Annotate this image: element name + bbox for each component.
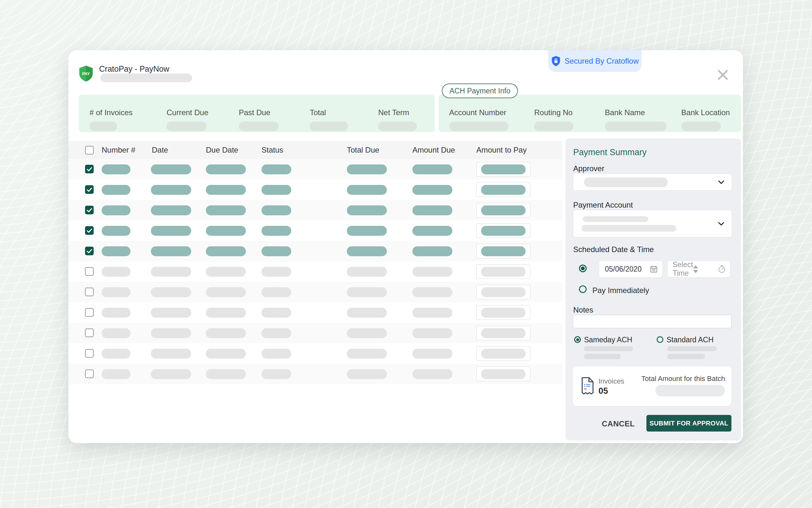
date-value: 05/06/2020 (605, 265, 650, 273)
row-checkbox[interactable] (85, 288, 94, 296)
row-checkbox[interactable] (85, 370, 94, 378)
row-checkbox[interactable] (85, 349, 94, 357)
row-checkbox[interactable] (85, 308, 94, 317)
time-stepper[interactable] (693, 265, 714, 273)
standard-line2-skeleton (667, 354, 705, 359)
amount-to-pay-input[interactable] (476, 285, 530, 299)
sameday-line2-skeleton (584, 354, 621, 359)
amount-to-pay-input[interactable] (476, 346, 530, 361)
sameday-ach-radio[interactable] (574, 336, 581, 343)
invoice-due-date-skeleton (206, 185, 246, 195)
invoice-row[interactable] (68, 179, 562, 200)
payment-account-select[interactable] (573, 210, 732, 237)
select-all-checkbox[interactable] (85, 146, 94, 155)
invoice-total-due-skeleton (347, 185, 387, 195)
notes-input[interactable] (573, 315, 731, 328)
account-line1-skeleton (583, 216, 648, 222)
invoice-row[interactable] (68, 343, 562, 364)
amount-to-pay-input[interactable] (476, 203, 530, 217)
amount-to-pay-skeleton (481, 185, 526, 195)
ach-info-strip: Account Number Routing No Bank Name Bank… (439, 95, 741, 132)
sameday-ach-label: Sameday ACH (584, 336, 632, 344)
pay-immediately-radio[interactable] (579, 285, 587, 293)
standard-ach-radio[interactable] (657, 336, 663, 343)
amount-to-pay-skeleton (481, 287, 526, 297)
amount-to-pay-input[interactable] (476, 223, 530, 238)
invoice-status-skeleton (261, 308, 291, 318)
standard-ach-label: Standard ACH (667, 336, 714, 344)
invoice-total-due-skeleton (347, 246, 387, 256)
approver-select[interactable] (573, 173, 732, 190)
invoice-due-date-skeleton (206, 164, 246, 174)
scheduled-date-radio[interactable] (579, 264, 587, 272)
invoice-row[interactable] (68, 220, 562, 241)
invoice-number-skeleton (102, 164, 131, 174)
row-checkbox[interactable] (85, 165, 94, 173)
summary-label: Net Term (378, 108, 417, 117)
invoice-status-skeleton (261, 267, 291, 277)
invoice-due-date-skeleton (206, 205, 246, 215)
scheduled-label: Scheduled Date & Time (573, 245, 654, 254)
summary-value-skeleton (239, 122, 279, 131)
invoice-total-due-skeleton (347, 308, 387, 318)
row-checkbox[interactable] (85, 247, 94, 255)
row-checkbox[interactable] (85, 206, 94, 214)
date-input[interactable]: 05/06/2020 (599, 260, 663, 278)
row-checkbox[interactable] (85, 267, 94, 276)
invoice-amount-due-skeleton (413, 349, 452, 358)
secured-badge: Secured By Cratoflow (548, 50, 641, 72)
amount-to-pay-skeleton (481, 328, 526, 338)
invoice-number-skeleton (102, 349, 131, 358)
stepper-down-icon[interactable] (693, 270, 698, 273)
invoice-amount-due-skeleton (413, 308, 452, 318)
submit-for-approval-button[interactable]: SUBMIT FOR APPROVAL (647, 415, 731, 431)
amount-to-pay-input[interactable] (476, 162, 530, 177)
ach-field-label: Bank Location (681, 108, 730, 117)
batch-total-skeleton (655, 385, 725, 396)
row-checkbox[interactable] (85, 226, 94, 235)
logo-pay-text: PAY (82, 71, 90, 76)
lock-shield-icon (551, 56, 561, 67)
invoice-total-due-skeleton (347, 287, 387, 297)
invoice-amount-due-skeleton (413, 246, 452, 256)
amount-to-pay-input[interactable] (476, 367, 530, 381)
amount-to-pay-skeleton (481, 369, 526, 379)
invoice-receipt-icon (580, 377, 595, 395)
invoice-row[interactable] (68, 364, 562, 384)
invoice-status-skeleton (261, 287, 291, 297)
invoice-date-skeleton (151, 349, 191, 358)
invoice-due-date-skeleton (206, 287, 246, 297)
invoice-row[interactable] (68, 323, 562, 343)
invoice-summary-strip: # of Invoices Current Due Past Due Total… (79, 95, 435, 132)
invoice-row[interactable] (68, 241, 562, 261)
invoice-due-date-skeleton (206, 369, 246, 379)
stepper-up-icon[interactable] (693, 265, 698, 268)
time-input[interactable]: Select Time (667, 260, 730, 278)
cancel-button[interactable]: CANCEL (588, 416, 649, 432)
invoice-row[interactable] (68, 302, 562, 323)
invoice-row[interactable] (68, 200, 562, 220)
invoice-date-skeleton (151, 164, 191, 174)
amount-to-pay-input[interactable] (476, 244, 530, 258)
amount-to-pay-input[interactable] (476, 264, 530, 279)
invoices-count-value: 05 (599, 386, 608, 396)
summary-label: # of Invoices (90, 108, 133, 117)
close-icon[interactable] (715, 68, 730, 82)
summary-value-skeleton (90, 122, 117, 131)
invoice-number-skeleton (102, 185, 131, 195)
invoice-number-skeleton (102, 267, 131, 277)
amount-to-pay-input[interactable] (476, 326, 530, 340)
calendar-icon (650, 265, 658, 273)
invoice-date-skeleton (151, 308, 191, 318)
invoice-number-skeleton (102, 308, 131, 318)
ach-field-label: Routing No (534, 108, 574, 117)
row-checkbox[interactable] (85, 329, 94, 337)
invoice-row[interactable] (68, 282, 562, 302)
amount-to-pay-input[interactable] (476, 182, 530, 197)
invoice-row[interactable] (68, 261, 562, 282)
amount-to-pay-skeleton (481, 308, 526, 318)
col-header-total-due: Total Due (347, 141, 379, 159)
invoice-row[interactable] (68, 159, 562, 179)
amount-to-pay-input[interactable] (476, 305, 530, 320)
row-checkbox[interactable] (85, 185, 94, 194)
